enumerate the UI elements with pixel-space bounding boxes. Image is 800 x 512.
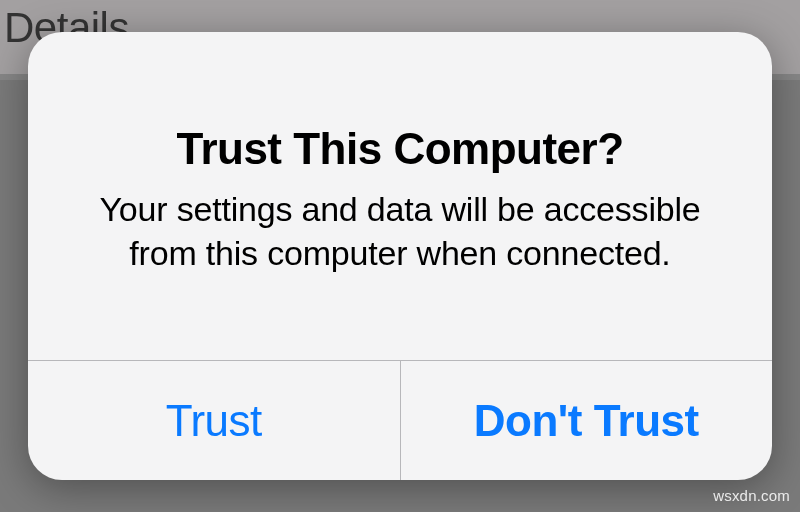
trust-button[interactable]: Trust (28, 361, 400, 480)
dialog-button-row: Trust Don't Trust (28, 360, 772, 480)
trust-computer-dialog: Trust This Computer? Your settings and d… (28, 32, 772, 480)
dialog-body: Trust This Computer? Your settings and d… (28, 32, 772, 360)
dont-trust-button[interactable]: Don't Trust (400, 361, 773, 480)
dialog-message: Your settings and data will be accessibl… (84, 188, 716, 275)
watermark: wsxdn.com (713, 487, 790, 504)
dialog-title: Trust This Computer? (176, 124, 623, 174)
